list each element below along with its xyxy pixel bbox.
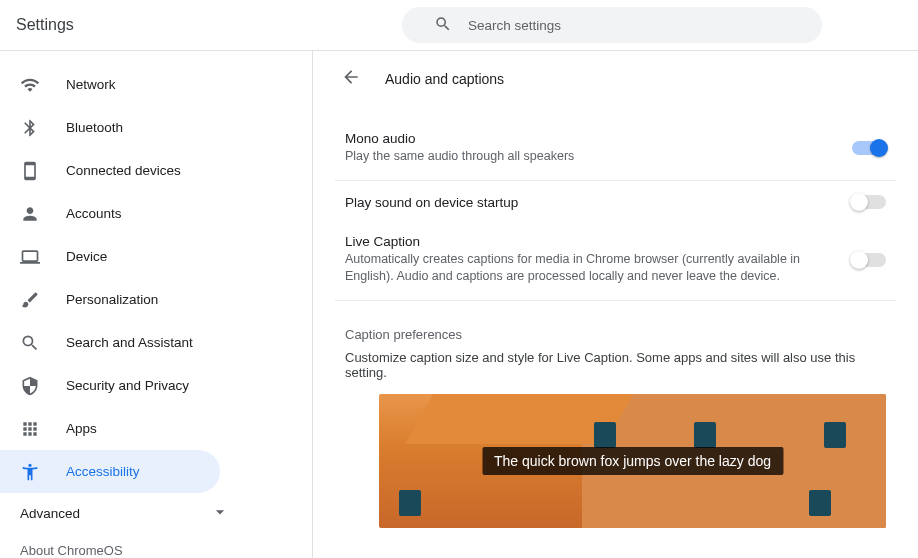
person-icon — [20, 204, 40, 224]
caption-prefs-label: Caption preferences — [335, 303, 896, 350]
sidebar-item-connected-devices[interactable]: Connected devices — [0, 149, 312, 192]
sidebar-item-network[interactable]: Network — [0, 63, 312, 106]
wifi-icon — [20, 75, 40, 95]
sidebar-item-label: Device — [66, 249, 107, 264]
live-caption-row: Live Caption Automatically creates capti… — [335, 222, 896, 298]
sidebar-item-label: Connected devices — [66, 163, 181, 178]
sidebar-item-label: Personalization — [66, 292, 158, 307]
sidebar-item-label: Security and Privacy — [66, 378, 189, 393]
main-panel: Audio and captions Mono audio Play the s… — [313, 51, 918, 558]
sidebar-item-label: Search and Assistant — [66, 335, 193, 350]
sidebar-item-search-assistant[interactable]: Search and Assistant — [0, 321, 312, 364]
mono-audio-row: Mono audio Play the same audio through a… — [335, 119, 896, 178]
chevron-down-icon — [210, 502, 230, 525]
sidebar-item-label: Accessibility — [66, 464, 140, 479]
search-bar[interactable]: Search settings — [402, 7, 822, 43]
brush-icon — [20, 290, 40, 310]
caption-sample-text: The quick brown fox jumps over the lazy … — [482, 447, 783, 475]
sidebar-item-accounts[interactable]: Accounts — [0, 192, 312, 235]
sidebar-item-bluetooth[interactable]: Bluetooth — [0, 106, 312, 149]
apps-icon — [20, 419, 40, 439]
sidebar: Network Bluetooth Connected devices Acco… — [0, 51, 313, 558]
live-caption-toggle[interactable] — [852, 253, 886, 267]
text-size-dropdown[interactable]: Medium (Recommended) — [709, 552, 886, 559]
laptop-icon — [20, 247, 40, 267]
page-title: Audio and captions — [385, 71, 504, 87]
search-icon — [434, 15, 452, 36]
startup-sound-title: Play sound on device startup — [345, 195, 852, 210]
mono-audio-toggle[interactable] — [852, 141, 886, 155]
caption-prefs-desc: Customize caption size and style for Liv… — [335, 350, 896, 394]
text-size-label: Text size — [379, 555, 709, 559]
sidebar-item-device[interactable]: Device — [0, 235, 312, 278]
sidebar-item-security-privacy[interactable]: Security and Privacy — [0, 364, 312, 407]
chevron-down-icon — [856, 552, 886, 559]
sidebar-item-label: Network — [66, 77, 116, 92]
advanced-toggle[interactable]: Advanced — [0, 493, 312, 533]
sidebar-item-label: Bluetooth — [66, 120, 123, 135]
caption-preview: The quick brown fox jumps over the lazy … — [379, 394, 886, 528]
sidebar-item-apps[interactable]: Apps — [0, 407, 312, 450]
back-button[interactable] — [341, 67, 361, 91]
mono-audio-title: Mono audio — [345, 131, 852, 146]
live-caption-desc: Automatically creates captions for media… — [345, 251, 845, 286]
sidebar-item-label: Apps — [66, 421, 97, 436]
search-icon — [20, 333, 40, 353]
live-caption-title: Live Caption — [345, 234, 852, 249]
mono-audio-desc: Play the same audio through all speakers — [345, 148, 845, 166]
shield-icon — [20, 376, 40, 396]
sidebar-item-accessibility[interactable]: Accessibility — [0, 450, 220, 493]
accessibility-icon — [20, 462, 40, 482]
bluetooth-icon — [20, 118, 40, 138]
search-placeholder: Search settings — [468, 18, 561, 33]
sidebar-item-personalization[interactable]: Personalization — [0, 278, 312, 321]
phone-icon — [20, 161, 40, 181]
startup-sound-row: Play sound on device startup — [335, 183, 896, 222]
about-link[interactable]: About ChromeOS — [0, 533, 312, 558]
startup-sound-toggle[interactable] — [852, 195, 886, 209]
sidebar-item-label: Accounts — [66, 206, 122, 221]
app-title: Settings — [16, 16, 74, 34]
